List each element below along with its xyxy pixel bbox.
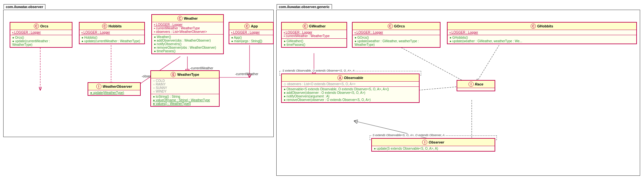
app-name: App: [251, 24, 258, 28]
ghobbits-fields: ▪ LOGGER : Logger: [448, 30, 636, 35]
gorcs-method-2: ● update(weather : GWeather, weatherType…: [355, 39, 438, 46]
weathertype-stereotype: E: [171, 72, 176, 77]
weathertype-field-1: ○ COLD: [153, 79, 217, 83]
weathertype-field-2: ○ RAINY: [153, 83, 217, 86]
gorcs-stereotype: C: [388, 24, 393, 29]
gweather-name: GWeather: [309, 24, 326, 28]
orcs-method-2: ● update(currentWeather : WeatherType): [12, 39, 70, 46]
class-app-header: C App: [229, 23, 273, 30]
ghobbits-name: GHobbits: [537, 24, 553, 28]
observable-method-2: ● addObserver(observer : O extends Obser…: [284, 91, 417, 94]
observer-name: Observer: [429, 140, 444, 144]
class-observable: A Observable ◇ observers : List<O extend…: [281, 74, 420, 103]
weather-method-5: ● timePasses(): [154, 49, 221, 53]
hobbits-field-1: ▪ LOGGER : Logger: [81, 31, 142, 34]
class-weathertype: E WeatherType ○ COLD ○ RAINY ○ SUNNY ○ W…: [150, 70, 220, 107]
weather-field-2: ▪ currentWeather : WeatherType: [154, 26, 221, 30]
app-field-1: ▪ LOGGER : Logger: [231, 31, 271, 34]
orcs-methods: ● Orcs() ● update(currentWeather : Weath…: [10, 35, 72, 47]
weatherobserver-method-1: ● update(WeatherType): [90, 91, 138, 94]
class-weathertype-header: E WeatherType: [151, 71, 219, 78]
class-gorcs: C GOrcs ▪ LOGGER : Logger ● GOrcs() ● up…: [352, 22, 440, 48]
orcs-method-1: ● Orcs(): [12, 36, 70, 39]
class-hobbits: C Hobbits ▪ LOGGER : Logger ● Hobbits() …: [79, 22, 145, 44]
gorcs-fields: ▪ LOGGER : Logger: [353, 30, 440, 35]
race-stereotype: I: [469, 82, 474, 87]
weathertype-method-3: ● values() : WeatherType[]: [153, 102, 217, 105]
hobbits-stereotype: C: [102, 24, 107, 29]
class-ghobbits-header: C GHobbits: [448, 23, 636, 30]
weathertype-methods: ● toString() : String ● valueOf(name : S…: [151, 94, 219, 106]
class-race-header: I Race: [457, 81, 495, 88]
app-method-2: ● main(args : String[]): [231, 39, 271, 43]
class-observable-header: A Observable: [282, 74, 419, 82]
weathertype-method-2: ● valueOf(name : String) : WeatherType: [153, 98, 217, 102]
class-gorcs-header: C GOrcs: [353, 23, 440, 30]
orcs-stereotype: C: [34, 24, 39, 29]
class-gweather-header: C GWeather: [282, 23, 346, 30]
observable-name: Observable: [344, 76, 363, 80]
class-app: C App ▪ LOGGER : Logger ● App() ● main(a…: [229, 22, 274, 44]
observable-stereotype: A: [337, 75, 343, 80]
gweather-field-2: ▪ currentWeather : WeatherType: [284, 34, 345, 38]
gorcs-methods: ● GOrcs() ● update(weather : GWeather, w…: [353, 35, 440, 47]
weatherobserver-name: WeatherObserver: [103, 85, 132, 88]
app-stereotype: C: [244, 24, 250, 29]
class-race: I Race: [457, 80, 495, 91]
observable-method-1: ● Observable<S extends Observable, O ext…: [284, 87, 417, 91]
orcs-field-1: ▪ LOGGER : Logger: [12, 31, 70, 34]
ghobbits-stereotype: C: [531, 24, 536, 29]
package-observer-label: com.iluwatar.observer: [4, 4, 45, 9]
observable-methods: ● Observable<S extends Observable, O ext…: [282, 87, 419, 102]
observer-generics-label: S extends Observable<S, O, A>, O extends…: [372, 134, 445, 137]
weather-field-1: ▪ LOGGER : Logger: [154, 23, 221, 26]
weather-method-2: ● addObserver(obs : WeatherObserver): [154, 39, 221, 42]
weather-stereotype: C: [177, 16, 183, 21]
observer-methods: ● update(S extends Observable<S, O, A>, …: [372, 146, 495, 151]
class-hobbits-header: C Hobbits: [80, 23, 144, 30]
ghobbits-method-2: ● update(weather : GWeather, weatherType…: [450, 39, 634, 43]
gweather-method-1: ● GWeather(): [284, 39, 345, 43]
class-weatherobserver-header: I WeatherObserver: [88, 83, 140, 90]
class-observer: I Observer ● update(S extends Observable…: [371, 138, 495, 152]
gorcs-method-1: ● GOrcs(): [355, 36, 438, 39]
observable-method-4: ● removeObserver(observer : O extends Ob…: [284, 98, 417, 102]
gorcs-field-1: ▪ LOGGER : Logger: [355, 31, 438, 34]
hobbits-name: Hobbits: [109, 24, 122, 28]
weather-methods: ● Weather() ● addObserver(obs : WeatherO…: [152, 35, 223, 54]
ghobbits-field-1: ▪ LOGGER : Logger: [450, 31, 634, 34]
observer-method-1: ● update(S extends Observable<S, O, A>, …: [374, 147, 493, 150]
weather-method-3: ● notifyObservers(): [154, 42, 221, 46]
weather-name: Weather: [184, 16, 198, 20]
race-name: Race: [475, 82, 483, 86]
class-gweather: C GWeather ▪ LOGGER : Logger ▪ currentWe…: [281, 22, 347, 48]
orcs-fields: ▪ LOGGER : Logger: [10, 30, 72, 35]
gweather-field-1: ▪ LOGGER : Logger: [284, 31, 345, 34]
class-weather: C Weather ▪ LOGGER : Logger ▪ currentWea…: [151, 14, 224, 54]
package-generic-label: com.iluwatar.observer.generic: [277, 4, 332, 9]
weathertype-method-1: ● toString() : String: [153, 95, 217, 98]
gweather-method-2: ● timePasses(): [284, 43, 345, 46]
gweather-methods: ● GWeather() ● timePasses(): [282, 39, 346, 47]
weatherobserver-methods: ● update(WeatherType): [88, 90, 140, 95]
weather-method-1: ● Weather(): [154, 35, 221, 39]
class-orcs-header: C Orcs: [10, 23, 72, 30]
class-observer-header: I Observer: [372, 139, 495, 146]
app-method-1: ● App(): [231, 36, 271, 39]
hobbits-fields: ▪ LOGGER : Logger: [80, 30, 144, 35]
class-weatherobserver: I WeatherObserver ● update(WeatherType): [88, 82, 141, 96]
ghobbits-methods: ● GHobbits() ● update(weather : GWeather…: [448, 35, 636, 44]
hobbits-method-2: ● update(currentWeather : WeatherType): [81, 39, 142, 43]
weathertype-field-3: ○ SUNNY: [153, 86, 217, 90]
gweather-fields: ▪ LOGGER : Logger ▪ currentWeather : Wea…: [282, 30, 346, 39]
weathertype-name: WeatherType: [177, 73, 199, 76]
app-fields: ▪ LOGGER : Logger: [229, 30, 273, 35]
weather-fields: ▪ LOGGER : Logger ▪ currentWeather : Wea…: [152, 22, 223, 35]
ghobbits-method-1: ● GHobbits(): [450, 36, 634, 39]
weathertype-field-4: ○ WINDY: [153, 90, 217, 93]
observable-fields: ◇ observers : List<O extends Observer<S,…: [282, 82, 419, 87]
class-weather-header: C Weather: [152, 15, 223, 22]
app-methods: ● App() ● main(args : String[]): [229, 35, 273, 44]
gweather-stereotype: C: [303, 24, 308, 29]
observable-field-1: ◇ observers : List<O extends Observer<S,…: [284, 82, 417, 86]
